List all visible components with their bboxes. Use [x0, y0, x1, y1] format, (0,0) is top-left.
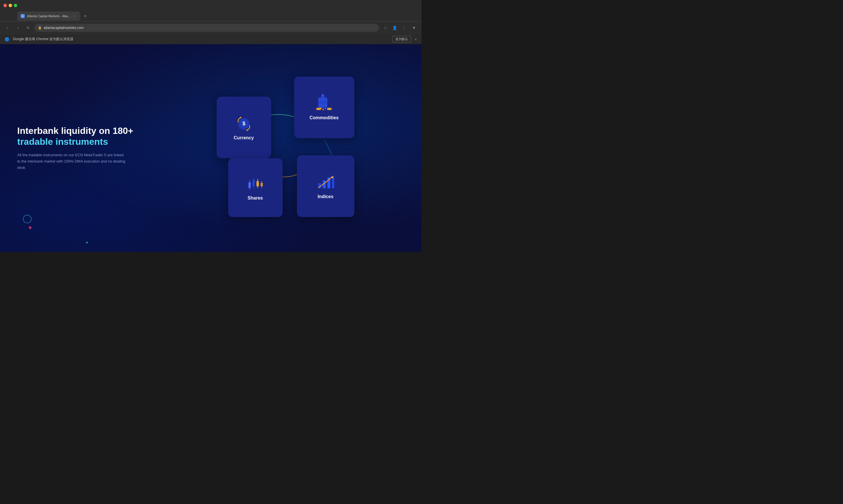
commodities-label: Commodities: [310, 115, 339, 121]
svg-rect-6: [319, 99, 327, 100]
profile-button[interactable]: 👤: [391, 24, 398, 32]
close-window-button[interactable]: [3, 4, 7, 7]
svg-marker-3: [240, 116, 242, 118]
svg-rect-9: [322, 94, 323, 96]
commodities-card[interactable]: Commodities: [294, 76, 354, 138]
nav-icons: ☆ 👤 ⋮: [381, 24, 408, 32]
svg-rect-7: [319, 105, 327, 106]
address-text: atlantacapitalmarkets.com: [44, 26, 84, 30]
tab-bar: A Atlanta Capital Markets - Atla... × +: [0, 11, 422, 21]
left-section: Interbank liquidity on 180+ tradable ins…: [17, 125, 161, 171]
info-bar: 🔵 Google 建议将 Chrome 设为默认浏览器 设为默认 ×: [0, 34, 422, 44]
menu-button[interactable]: ⋮: [400, 24, 408, 32]
svg-rect-26: [260, 183, 263, 186]
nav-bar: ‹ › ↻ 🔒 atlantacapitalmarkets.com ☆ 👤 ⋮ …: [0, 21, 422, 34]
main-content: Interbank liquidity on 180+ tradable ins…: [0, 44, 422, 252]
svg-rect-20: [253, 180, 255, 186]
info-bar-close-button[interactable]: ×: [415, 37, 417, 41]
svg-rect-17: [248, 182, 251, 188]
indices-icon: [317, 173, 334, 190]
website-content: WINTE... WINTE... WINTE... WINTE... WINT…: [0, 44, 422, 252]
tab-favicon-icon: A: [21, 14, 25, 18]
title-bar: [0, 0, 422, 11]
tab-title: Atlanta Capital Markets - Atla...: [27, 14, 70, 18]
headline: Interbank liquidity on 180+ tradable ins…: [17, 125, 161, 147]
currency-icon: $: [235, 114, 253, 131]
indices-label: Indices: [317, 194, 333, 199]
svg-point-11: [322, 109, 324, 110]
active-tab[interactable]: A Atlanta Capital Markets - Atla... ×: [17, 12, 80, 21]
info-bar-message: Google 建议将 Chrome 设为默认浏览器: [13, 37, 389, 41]
tab-close-button[interactable]: ×: [73, 14, 76, 18]
svg-rect-14: [317, 108, 320, 109]
svg-point-12: [325, 108, 326, 109]
browser-chrome: A Atlanta Capital Markets - Atla... × + …: [0, 0, 422, 44]
svg-rect-23: [257, 181, 259, 186]
new-tab-button[interactable]: +: [81, 12, 89, 20]
back-button[interactable]: ‹: [3, 24, 12, 32]
indices-card[interactable]: Indices: [297, 156, 354, 217]
minimize-window-button[interactable]: [8, 4, 12, 7]
svg-rect-5: [319, 97, 327, 108]
cards-container: $ Currency: [205, 76, 354, 220]
description-text: All the tradable instruments on our ECN …: [17, 152, 126, 171]
refresh-button[interactable]: ↻: [24, 24, 32, 32]
currency-label: Currency: [234, 135, 254, 141]
forward-button[interactable]: ›: [14, 24, 22, 32]
shares-card[interactable]: Shares: [228, 158, 282, 217]
maximize-window-button[interactable]: [14, 4, 17, 7]
commodities-icon: [316, 94, 333, 111]
set-default-button[interactable]: 设为默认: [392, 36, 411, 42]
address-bar[interactable]: 🔒 atlantacapitalmarkets.com: [34, 24, 379, 32]
svg-rect-16: [328, 108, 330, 109]
currency-card[interactable]: $ Currency: [217, 96, 271, 158]
bookmark-button[interactable]: ☆: [381, 24, 389, 32]
dropdown-button[interactable]: ▼: [410, 24, 418, 32]
shares-icon: [247, 174, 264, 192]
right-section: $ Currency: [161, 76, 404, 220]
headline-line1: Interbank liquidity on 180+: [17, 126, 134, 136]
traffic-lights: [3, 4, 17, 7]
shares-label: Shares: [247, 196, 263, 201]
headline-highlight: tradable instruments: [17, 137, 108, 147]
svg-marker-4: [246, 130, 248, 131]
svg-text:$: $: [242, 121, 245, 126]
